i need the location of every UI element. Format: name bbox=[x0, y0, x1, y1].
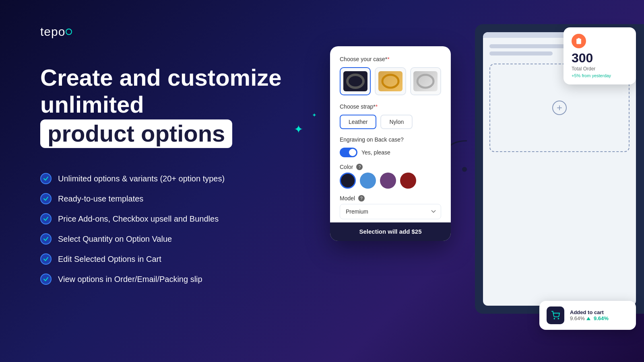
engraving-toggle-label: Yes, please bbox=[361, 149, 390, 156]
total-order-growth: +5% from yesterday bbox=[572, 73, 628, 78]
engraving-toggle-row: Yes, please bbox=[340, 148, 441, 157]
check-icon-3 bbox=[40, 213, 52, 224]
connector-dot bbox=[462, 167, 467, 172]
color-info-icon[interactable]: ? bbox=[356, 164, 363, 170]
cart-icon-box bbox=[547, 306, 564, 324]
color-swatch-red[interactable] bbox=[400, 173, 416, 189]
total-order-widget: 300 Total Order +5% from yesterday bbox=[564, 27, 636, 84]
case-option-silver[interactable] bbox=[410, 67, 441, 95]
hero-highlight: product options bbox=[40, 119, 232, 148]
logo: tepo bbox=[40, 24, 72, 39]
footer-text: Selection will add $25 bbox=[359, 228, 421, 235]
hero-heading: Create and customize unlimited product o… bbox=[40, 64, 322, 148]
strap-leather-button[interactable]: Leather bbox=[340, 115, 376, 129]
case-image-gold bbox=[378, 71, 402, 91]
add-plus-button[interactable]: + bbox=[552, 101, 567, 115]
case-options-group[interactable] bbox=[340, 67, 441, 95]
hero-section: Create and customize unlimited product o… bbox=[40, 64, 322, 148]
logo-circle-icon bbox=[66, 29, 72, 35]
model-dropdown[interactable]: Premium Standard Lite bbox=[340, 204, 441, 219]
hero-line1: Create and customize bbox=[40, 64, 282, 90]
check-icon-4 bbox=[40, 233, 52, 245]
feature-text-6: View options in Order/Email/Packing slip bbox=[58, 275, 202, 284]
choose-strap-text: Choose strap* bbox=[340, 103, 376, 110]
cart-widget: Added to cart 9.64% 9.64% bbox=[539, 301, 636, 330]
model-label: Model bbox=[340, 195, 355, 202]
check-icon-1 bbox=[40, 173, 52, 184]
cart-title: Added to cart bbox=[570, 309, 609, 315]
feature-text-4: Select Quantity on Option Value bbox=[58, 234, 172, 244]
color-swatch-dark[interactable] bbox=[340, 173, 356, 189]
logo-text: tepo bbox=[40, 25, 65, 38]
case-image-black bbox=[343, 71, 367, 91]
cart-info: Added to cart 9.64% 9.64% bbox=[570, 309, 609, 321]
feature-item-5: Edit Selected Options in Cart bbox=[40, 253, 225, 265]
case-option-gold[interactable] bbox=[375, 67, 406, 95]
svg-point-1 bbox=[347, 75, 363, 88]
star-decoration-2: ✦ bbox=[312, 112, 317, 118]
card-footer: Selection will add $25 bbox=[330, 222, 451, 241]
feature-text-2: Ready-to-use templates bbox=[58, 194, 143, 204]
choose-strap-label: Choose strap** bbox=[340, 103, 441, 110]
widget-order-icon bbox=[572, 34, 586, 48]
choose-case-label: Choose your case** bbox=[340, 56, 441, 62]
features-list: Unlimited options & variants (20+ option… bbox=[40, 173, 225, 285]
cart-growth: 9.64% bbox=[594, 315, 609, 321]
svg-point-2 bbox=[382, 75, 398, 88]
laptop-line-2 bbox=[489, 51, 553, 56]
feature-item-2: Ready-to-use templates bbox=[40, 193, 225, 204]
case-image-silver bbox=[413, 71, 438, 91]
choose-case-text: Choose your case* bbox=[340, 56, 387, 62]
model-info-icon[interactable]: ? bbox=[358, 195, 365, 202]
required-marker-strap: * bbox=[376, 103, 378, 110]
star-decoration-1: ✦ bbox=[294, 123, 303, 136]
feature-text-1: Unlimited options & variants (20+ option… bbox=[58, 174, 225, 183]
feature-item-6: View options in Order/Email/Packing slip bbox=[40, 274, 225, 285]
color-swatch-blue[interactable] bbox=[360, 173, 376, 189]
feature-text-3: Price Add-ons, Checkbox upsell and Bundl… bbox=[58, 214, 219, 224]
feature-text-5: Edit Selected Options in Cart bbox=[58, 255, 161, 264]
color-row: Color ? bbox=[340, 164, 441, 170]
trend-up-icon bbox=[586, 317, 590, 320]
check-icon-2 bbox=[40, 193, 52, 204]
engraving-label: Engraving on Back case? bbox=[340, 136, 441, 143]
model-row: Model ? bbox=[340, 195, 441, 202]
strap-options-group[interactable]: Leather Nylon bbox=[340, 115, 441, 129]
cart-percent: 9.64% bbox=[570, 315, 585, 321]
required-marker-case: * bbox=[387, 56, 389, 62]
color-label: Color bbox=[340, 164, 353, 170]
check-icon-6 bbox=[40, 274, 52, 285]
color-swatches[interactable] bbox=[340, 173, 441, 189]
total-order-number: 300 bbox=[572, 51, 628, 64]
case-option-black[interactable] bbox=[340, 67, 371, 95]
check-icon-5 bbox=[40, 253, 52, 265]
svg-point-3 bbox=[417, 75, 433, 88]
feature-item-3: Price Add-ons, Checkbox upsell and Bundl… bbox=[40, 213, 225, 224]
color-swatch-purple[interactable] bbox=[380, 173, 396, 189]
hero-line2: unlimited bbox=[40, 91, 144, 117]
svg-point-4 bbox=[554, 318, 555, 319]
feature-item-1: Unlimited options & variants (20+ option… bbox=[40, 173, 225, 184]
cart-percent-row: 9.64% 9.64% bbox=[570, 315, 609, 321]
feature-item-4: Select Quantity on Option Value bbox=[40, 233, 225, 245]
total-order-label: Total Order bbox=[572, 66, 628, 72]
engraving-toggle[interactable] bbox=[340, 148, 357, 157]
strap-nylon-button[interactable]: Nylon bbox=[380, 115, 413, 129]
svg-point-5 bbox=[558, 318, 559, 319]
product-options-card: Choose your case** Choose strap** Leathe… bbox=[330, 46, 451, 241]
